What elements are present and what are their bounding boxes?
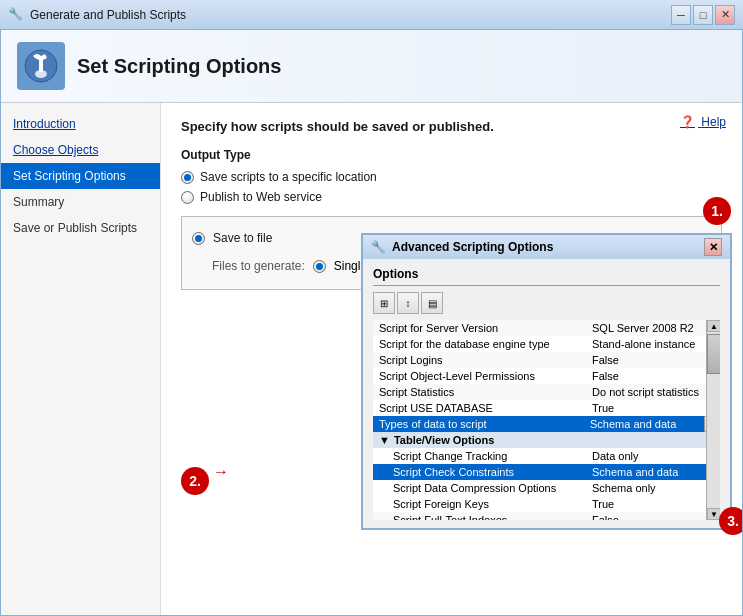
dialog-close-button[interactable]: ✕ xyxy=(704,238,722,256)
option-value: False xyxy=(586,512,720,520)
sidebar: Introduction Choose Objects Set Scriptin… xyxy=(1,103,161,615)
dropdown-option-row-3[interactable]: Script Data Compression Options Schema o… xyxy=(373,480,720,496)
radio-group-output: Save scripts to a specific location Publ… xyxy=(181,170,722,204)
table-row: Script Statistics Do not script statisti… xyxy=(373,384,720,400)
radio-save-specific-label: Save scripts to a specific location xyxy=(200,170,377,184)
dropdown-option-row-2[interactable]: Script Check Constraints Schema and data xyxy=(373,464,720,480)
help-icon: ❓ xyxy=(680,115,695,129)
options-table-scroll[interactable]: Script for Server Version SQL Server 200… xyxy=(373,320,720,520)
sidebar-item-set-scripting-options[interactable]: Set Scripting Options xyxy=(1,163,160,189)
window-icon: 🔧 xyxy=(8,7,24,23)
advanced-dialog: 🔧 Advanced Scripting Options ✕ Options ⊞… xyxy=(361,233,732,530)
sidebar-item-save-or-publish[interactable]: Save or Publish Scripts xyxy=(1,215,160,241)
sidebar-item-summary[interactable]: Summary xyxy=(1,189,160,215)
radio-row-publish[interactable]: Publish to Web service xyxy=(181,190,722,204)
dropdown-cell: Schema and data ▼ xyxy=(586,416,720,432)
option-value: Stand-alone instance xyxy=(586,336,720,352)
option-name: Script Object-Level Permissions xyxy=(373,368,586,384)
dialog-title: Advanced Scripting Options xyxy=(392,240,553,254)
option-name: Script for the database engine type xyxy=(373,336,586,352)
annotation-circle-2: 2. xyxy=(181,467,209,495)
svg-point-1 xyxy=(35,70,47,78)
help-label: Help xyxy=(701,115,726,129)
content-area: Introduction Choose Objects Set Scriptin… xyxy=(1,103,742,615)
table-row: Script USE DATABASE True xyxy=(373,400,720,416)
table-row: Script Foreign Keys True xyxy=(373,496,720,512)
option-name: Script for Server Version xyxy=(373,320,586,336)
sidebar-item-introduction[interactable]: Introduction xyxy=(1,111,160,137)
option-value: SQL Server 2008 R2 xyxy=(586,320,720,336)
window-title: Generate and Publish Scripts xyxy=(30,8,671,22)
header-title: Set Scripting Options xyxy=(77,55,281,78)
header-area: Set Scripting Options xyxy=(1,30,742,103)
dropdown-option-1: Script Change Tracking xyxy=(373,448,586,464)
option-value-dropdown[interactable]: Schema and data ▼ xyxy=(586,416,720,432)
scroll-down-button[interactable]: ▼ xyxy=(707,508,720,520)
section-label-table-view: Table/View Options xyxy=(394,434,494,446)
close-button[interactable]: ✕ xyxy=(715,5,735,25)
annotation-arrow-2: → xyxy=(213,463,229,481)
table-row: Script for Server Version SQL Server 200… xyxy=(373,320,720,336)
help-link[interactable]: ❓ Help xyxy=(680,115,726,129)
main-content: ❓ Help Specify how scripts should be sav… xyxy=(161,103,742,615)
option-value: Do not script statistics xyxy=(586,384,720,400)
output-type-label: Output Type xyxy=(181,148,722,162)
properties-icon[interactable]: ▤ xyxy=(421,292,443,314)
window-controls: ─ □ ✕ xyxy=(671,5,735,25)
table-row: Script Logins False xyxy=(373,352,720,368)
option-name: Script Logins xyxy=(373,352,586,368)
option-name-selected: Types of data to script xyxy=(373,416,586,432)
radio-publish-web-label: Publish to Web service xyxy=(200,190,322,204)
table-row: Script for the database engine type Stan… xyxy=(373,336,720,352)
option-value: False xyxy=(586,368,720,384)
option-value: True xyxy=(586,496,720,512)
option-name: Script Full-Text Indexes xyxy=(373,512,586,520)
table-row-selected[interactable]: Types of data to script Schema and data … xyxy=(373,416,720,432)
grid-icon[interactable]: ⊞ xyxy=(373,292,395,314)
scroll-thumb[interactable] xyxy=(707,334,720,374)
dialog-content: Options ⊞ ↕ ▤ Script for Server Ve xyxy=(363,259,730,528)
annotation-circle-1: 1. xyxy=(703,197,731,225)
table-row: Script Object-Level Permissions False xyxy=(373,368,720,384)
dialog-title-bar: 🔧 Advanced Scripting Options ✕ xyxy=(363,235,730,259)
annotation-circle-3: 3. xyxy=(719,507,742,535)
radio-row-save[interactable]: Save scripts to a specific location xyxy=(181,170,722,184)
dialog-options-label: Options xyxy=(373,267,720,286)
dropdown-option-3: Script Data Compression Options xyxy=(373,480,586,496)
specify-text: Specify how scripts should be saved or p… xyxy=(181,119,722,134)
expand-icon: ▼ xyxy=(379,434,390,446)
option-name: Script USE DATABASE xyxy=(373,400,586,416)
dropdown-value-2: Schema and data xyxy=(586,464,720,480)
dropdown-value-3: Schema only xyxy=(586,480,720,496)
sidebar-item-choose-objects[interactable]: Choose Objects xyxy=(1,137,160,163)
table-row-section: ▼ Table/View Options xyxy=(373,432,720,448)
radio-save-specific[interactable] xyxy=(181,171,194,184)
sort-icon[interactable]: ↕ xyxy=(397,292,419,314)
files-to-generate-label: Files to generate: xyxy=(212,259,305,273)
option-value: True xyxy=(586,400,720,416)
option-value: False xyxy=(586,352,720,368)
dropdown-option-row-1[interactable]: Script Change Tracking Data only xyxy=(373,448,720,464)
dropdown-value-1: Data only xyxy=(586,448,720,464)
radio-publish-web[interactable] xyxy=(181,191,194,204)
radio-single-file[interactable] xyxy=(313,260,326,273)
option-name: Script Foreign Keys xyxy=(373,496,586,512)
maximize-button[interactable]: □ xyxy=(693,5,713,25)
header-icon xyxy=(17,42,65,90)
dropdown-current-value: Schema and data xyxy=(586,416,704,432)
scroll-up-button[interactable]: ▲ xyxy=(707,320,720,332)
title-bar: 🔧 Generate and Publish Scripts ─ □ ✕ xyxy=(0,0,743,30)
toolbar-icons: ⊞ ↕ ▤ xyxy=(373,292,720,314)
scrollbar[interactable]: ▲ ▼ xyxy=(706,320,720,520)
save-to-file-label: Save to file xyxy=(213,231,272,245)
table-row: Script Full-Text Indexes False xyxy=(373,512,720,520)
dialog-icon: 🔧 xyxy=(371,240,386,254)
radio-save-to-file[interactable] xyxy=(192,232,205,245)
option-name: Script Statistics xyxy=(373,384,586,400)
main-window: Set Scripting Options Introduction Choos… xyxy=(0,30,743,616)
dropdown-option-2: Script Check Constraints xyxy=(373,464,586,480)
options-table: Script for Server Version SQL Server 200… xyxy=(373,320,720,520)
minimize-button[interactable]: ─ xyxy=(671,5,691,25)
